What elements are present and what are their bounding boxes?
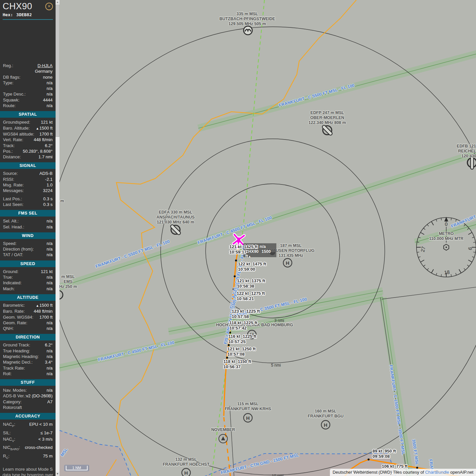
data-row: Track Rate:n/a: [0, 365, 56, 371]
row-value: n/a: [47, 348, 53, 354]
map-canvas[interactable]: 091827HHHHH 335 m MSLBUTZBACH-PFINGSTWEI…: [60, 0, 476, 476]
row-label: NICBARO:: [3, 444, 20, 453]
data-row: Type:n/a: [0, 80, 56, 86]
airfield-label: 115 m MSLFRANKFURT NW-KRHS: [225, 402, 271, 412]
row-label: Nav. Modes:: [3, 387, 27, 393]
section-header-signal: SIGNAL: [0, 162, 56, 169]
row-label: Magnetic Decl.:: [3, 359, 33, 365]
data-row: Germany: [0, 68, 56, 74]
row-value: ADS-B: [39, 171, 53, 176]
data-row: Ground Track:6.2°: [0, 342, 56, 348]
row-value: 1.7 nmi: [38, 154, 53, 160]
data-row: Source:ADS-B: [0, 171, 56, 176]
scrollbar-thumb[interactable]: [56, 5, 60, 137]
airfield-label: EDFA 330 m MSLANSPACH/TAUNUS121.030 MHz …: [156, 210, 195, 225]
map-attribution: Deutscher Wetterdienst (DWD) Tiles court…: [330, 469, 476, 476]
data-row: True:n/a: [0, 274, 56, 280]
row-value: cross-checked: [25, 444, 53, 451]
data-row: Speed:n/a: [0, 241, 56, 246]
row-value: 6.2°: [45, 143, 53, 148]
row-label: TAT / OAT:: [3, 252, 23, 258]
trail-report-label: 121 kt 1425 ft10:59:17: [229, 244, 258, 255]
data-row: Direction (from):n/a: [0, 246, 56, 252]
row-value: n/a: [47, 91, 53, 97]
row-value: 1700 ft: [39, 131, 53, 137]
section-header-fms-sel: FMS SEL: [0, 210, 56, 217]
trail-report-label: 122 kt 1475 ft10:59:00: [238, 261, 266, 272]
row-label: Geom. Rate:: [3, 320, 27, 326]
heliport-icon: H: [283, 258, 292, 267]
section-header-speed: SPEED: [0, 260, 56, 267]
data-row: DB flags:none: [0, 74, 56, 80]
data-row: Messages:3224: [0, 188, 56, 193]
row-label: Barometric:: [3, 302, 25, 308]
svg-text:H: H: [246, 415, 250, 421]
data-sections: Reg.:D-HJLAGermanyDB flags:noneType:n/an…: [0, 63, 56, 461]
airfield-label: m MSLEMSHz 250 m: [60, 274, 77, 289]
row-value[interactable]: D-HJLA: [37, 63, 53, 68]
scroll-up-icon[interactable]: ▲: [56, 0, 60, 4]
row-label: Indicated:: [3, 280, 21, 286]
row-value: 50.283°, 8.608°: [23, 148, 53, 154]
row-label: Roll:: [3, 371, 12, 377]
data-row: Baro. Rate:448 ft/min: [0, 308, 56, 314]
trail-position-dot: [368, 458, 370, 460]
row-label: ADS-B Ver.:: [3, 393, 26, 399]
row-label: Distance:: [3, 154, 21, 160]
climb-arrow-icon: ▲: [36, 304, 39, 307]
adsb-tracker-app: CHX90 ✕ Hex:3DEB82 Reg.:D-HJLAGermanyDB …: [0, 0, 476, 476]
data-row: NICBARO:cross-checked: [0, 444, 56, 453]
row-label: Messages:: [3, 188, 24, 193]
row-label: NACV:: [3, 436, 15, 444]
data-row: Track:6.2°: [0, 143, 56, 148]
registration-link[interactable]: D-HJLA: [37, 63, 53, 68]
row-label: Sel. Head.:: [3, 224, 24, 230]
data-row: QNH:n/a: [0, 326, 56, 331]
row-label: Direction (from):: [3, 246, 34, 252]
row-value: n/a: [47, 320, 53, 326]
data-row: n/a: [0, 86, 56, 91]
row-value: 75 m: [43, 453, 53, 459]
row-label: Ground:: [3, 269, 19, 274]
chart-boundary-line: [382, 287, 476, 299]
airfield-label: 132 m MSLFRANKFURT HOECHST: [163, 457, 210, 467]
clipped-airfield-icon: [60, 291, 63, 299]
row-value: n/a: [47, 371, 53, 377]
data-row: Category:A7: [0, 399, 56, 405]
row-value: 1700 ft: [39, 314, 53, 320]
hex-value: 3DEB82: [16, 12, 32, 17]
row-label: DB flags:: [3, 74, 20, 80]
row-value: ▲1500 ft: [36, 125, 53, 131]
sidebar-scrollbar[interactable]: ▲ ▼: [56, 0, 60, 476]
row-value: ≤ 1e-7: [40, 430, 53, 436]
row-label: Route:: [3, 103, 16, 108]
row-label: Ground Track:: [3, 342, 30, 348]
svg-text:H: H: [184, 470, 188, 476]
trail-report-label: 89 kt 950 ft09:59:08: [373, 449, 396, 459]
data-row: Route:n/a: [0, 103, 56, 108]
aircraft-photo-placeholder: [0, 20, 56, 63]
row-label: Last Seen:: [3, 202, 23, 207]
data-row: Type Desc.:n/a: [0, 91, 56, 97]
close-icon[interactable]: ✕: [45, 3, 53, 10]
scroll-down-icon[interactable]: ▼: [56, 472, 60, 476]
row-value: n/a: [47, 387, 53, 393]
section-header-stuff: STUFF: [0, 379, 56, 386]
row-value: n/a: [47, 80, 53, 86]
heliport-icon: H: [182, 468, 190, 476]
data-row: Barometric:▲1500 ft: [0, 302, 56, 308]
svg-text:0: 0: [445, 221, 448, 227]
climb-arrow-icon: ▲: [248, 255, 251, 258]
row-label: NACP:: [3, 421, 15, 429]
data-row: WGS84 altitude:1700 ft: [0, 131, 56, 137]
row-label: Vert. Rate:: [3, 137, 23, 142]
data-row: Msg. Rate:1.0: [0, 182, 56, 188]
row-value: n/a: [47, 252, 53, 258]
data-row: Magnetic Decl.:3.4°: [0, 359, 56, 365]
row-label: Groundspeed:: [3, 119, 30, 125]
svg-text:18: 18: [444, 269, 450, 275]
row-value: 1.0: [47, 182, 53, 188]
row-value: 0.3 s: [43, 202, 53, 207]
row-label: RC:: [3, 453, 10, 461]
chartbundle-link[interactable]: ChartBundle: [425, 470, 449, 475]
